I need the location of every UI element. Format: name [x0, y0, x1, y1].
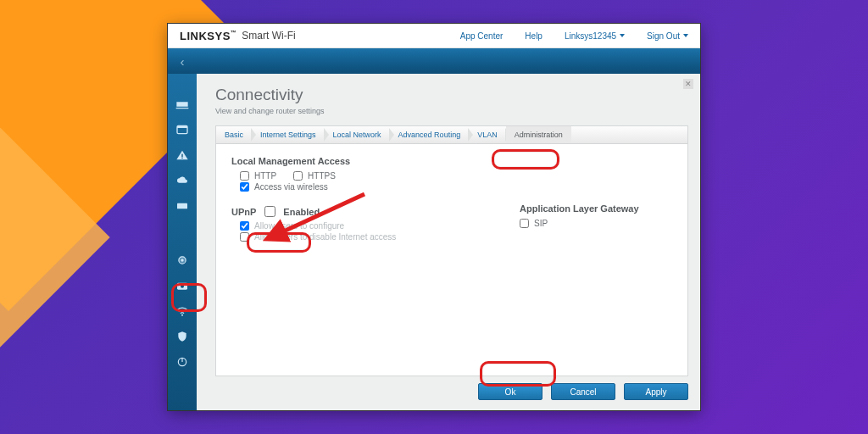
nav-sign-out[interactable]: Sign Out [647, 31, 688, 41]
brand-subtitle: Smart Wi-Fi [242, 30, 295, 42]
sidebar-wifi-icon[interactable] [175, 304, 190, 318]
breadcrumb-bar: ‹ [168, 48, 700, 74]
svg-rect-1 [177, 125, 187, 128]
wireless-label: Access via wireless [254, 182, 328, 192]
sidebar-chip-icon[interactable] [175, 199, 190, 213]
tab-local-network[interactable]: Local Network [325, 126, 390, 143]
svg-rect-10 [181, 358, 182, 362]
cancel-button[interactable]: Cancel [551, 383, 615, 400]
caret-down-icon [620, 34, 625, 37]
sidebar-planner-icon[interactable] [175, 123, 190, 136]
allow-config-label: Allow users to configure [254, 221, 344, 231]
svg-rect-4 [177, 203, 187, 209]
tab-strip: Basic Internet Settings Local Network Ad… [215, 125, 688, 143]
top-bar: LINKSYS™ Smart Wi-Fi App Center Help Lin… [168, 24, 700, 48]
sidebar-settings-icon[interactable] [175, 253, 190, 267]
svg-rect-3 [181, 158, 182, 159]
page-title: Connectivity [215, 86, 682, 104]
page-subtitle: View and change router settings [215, 107, 682, 115]
upnp-heading: UPnP [231, 207, 256, 217]
wireless-checkbox[interactable] [240, 182, 249, 192]
nav-help[interactable]: Help [525, 31, 542, 41]
tab-basic[interactable]: Basic [216, 126, 252, 143]
admin-panel: Local Management Access HTTP HTTPS Acces… [215, 143, 688, 376]
sip-label: SIP [534, 219, 548, 228]
lma-heading: Local Management Access [231, 156, 672, 166]
svg-rect-2 [181, 154, 182, 157]
close-icon[interactable]: ✕ [683, 79, 693, 89]
upnp-enabled-checkbox[interactable] [264, 206, 275, 217]
app-window: LINKSYS™ Smart Wi-Fi App Center Help Lin… [168, 24, 700, 410]
svg-point-8 [181, 314, 183, 316]
back-button[interactable]: ‹ [173, 54, 192, 69]
nav-app-center[interactable]: App Center [460, 31, 504, 41]
sidebar-devices-icon[interactable] [175, 97, 190, 111]
sidebar-power-icon[interactable] [175, 355, 190, 369]
allow-disable-checkbox[interactable] [240, 232, 249, 242]
sidebar [168, 74, 197, 410]
allow-config-checkbox[interactable] [240, 221, 249, 231]
http-label: HTTP [254, 171, 276, 181]
caret-down-icon [683, 34, 688, 37]
tab-administration[interactable]: Administration [506, 126, 571, 143]
upnp-enabled-label: Enabled [283, 207, 320, 217]
sidebar-camera-icon[interactable] [175, 279, 190, 292]
tab-internet-settings[interactable]: Internet Settings [252, 126, 325, 143]
brand-logo: LINKSYS™ [180, 30, 236, 42]
http-checkbox[interactable] [240, 171, 249, 181]
alg-heading: Application Layer Gateway [520, 203, 639, 214]
tab-vlan[interactable]: VLAN [469, 126, 506, 143]
ok-button[interactable]: Ok [478, 383, 542, 400]
apply-button[interactable]: Apply [624, 383, 688, 400]
nav-account[interactable]: Linksys12345 [565, 31, 625, 41]
allow-disable-label: Allow users to disable Internet access [254, 232, 396, 242]
content-area: ✕ Connectivity View and change router se… [197, 74, 700, 410]
https-label: HTTPS [308, 171, 336, 181]
sidebar-cloud-icon[interactable] [175, 174, 190, 187]
tab-advanced-routing[interactable]: Advanced Routing [390, 126, 470, 143]
svg-point-7 [181, 285, 184, 288]
button-bar: Ok Cancel Apply [197, 376, 700, 410]
sip-checkbox[interactable] [520, 219, 529, 228]
sidebar-shield-icon[interactable] [175, 330, 190, 343]
https-checkbox[interactable] [293, 171, 303, 181]
sidebar-alert-icon[interactable] [175, 148, 190, 162]
